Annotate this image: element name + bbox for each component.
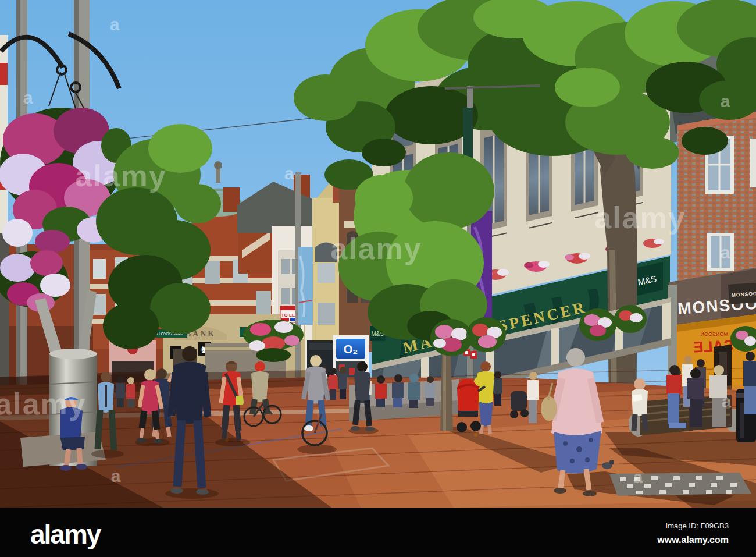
monsoon-window-text: MONSOON	[700, 331, 728, 337]
watermark-letter: a	[722, 392, 732, 411]
person-headscarf	[408, 374, 420, 408]
paving-inlay	[609, 473, 751, 496]
street-photo: BANK LLOYDS BANK LLOYDS BANK ♞ ♞ ♞ TO LE…	[0, 0, 756, 557]
watermark-letter: a	[633, 467, 643, 487]
alamy-logo: alamy	[30, 519, 102, 549]
watermark-letter: a	[111, 466, 121, 485]
watermark-letter: a	[284, 164, 294, 183]
watermark-text: alamy	[594, 201, 686, 235]
scene: BANK LLOYDS BANK LLOYDS BANK ♞ ♞ ♞ TO LE…	[0, 0, 756, 557]
watermark-text: alamy	[75, 159, 166, 193]
watermark-letter: a	[110, 15, 120, 34]
watermark-letter: a	[721, 91, 730, 111]
watermark-letter: a	[721, 243, 730, 262]
watermark-text: alamy	[330, 232, 422, 265]
o2-sign-text: O₂	[344, 343, 358, 356]
watermark-letter: a	[23, 88, 33, 107]
bench-sitters	[666, 365, 727, 428]
footer-bar: alamy Image ID: F09GB3 www.alamy.com	[0, 508, 756, 557]
watermark-text: alamy	[0, 387, 87, 421]
footer-url: www.alamy.com	[657, 535, 729, 545]
footer-image-id: Image ID: F09GB3	[666, 521, 729, 530]
